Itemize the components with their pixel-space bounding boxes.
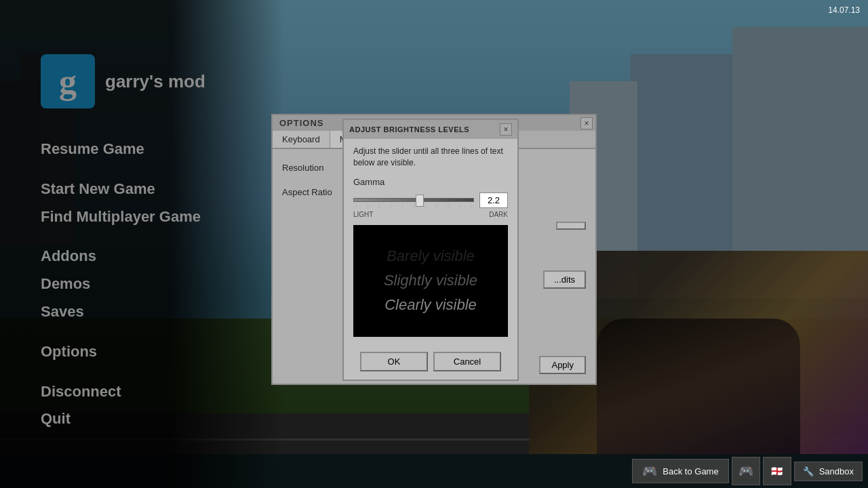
- sandbox-label: Sandbox: [819, 466, 854, 476]
- brightness-dialog: ADJUST BRIGHTNESS LEVELS × Adjust the sl…: [342, 119, 519, 381]
- brightness-preview: Barely visible Slightly visible Clearly …: [353, 225, 508, 337]
- sandbox-button[interactable]: 🔧 Sandbox: [794, 462, 863, 481]
- preview-barely: Barely visible: [387, 247, 475, 265]
- preview-slightly: Slightly visible: [384, 272, 477, 289]
- preview-clearly: Clearly visible: [384, 296, 477, 314]
- options-panel-close[interactable]: ×: [580, 117, 593, 129]
- controller-icon-2: 🎮: [738, 464, 753, 479]
- brightness-dialog-body: Adjust the slider until all three lines …: [344, 139, 517, 352]
- slider-labels: LIGHT DARK: [353, 211, 508, 218]
- brightness-cancel-btn[interactable]: Cancel: [433, 352, 501, 371]
- wrench-icon: 🔧: [803, 466, 814, 476]
- options-blank-btn[interactable]: [556, 222, 586, 230]
- brightness-dialog-buttons: OK Cancel: [344, 352, 517, 380]
- flag-btn[interactable]: 🏴󠁧󠁢󠁥󠁮󠁧󠁿: [763, 457, 791, 485]
- back-to-game-label: Back to Game: [663, 466, 718, 476]
- tab-keyboard[interactable]: Keyboard: [273, 131, 330, 148]
- controller-btn[interactable]: 🎮: [732, 457, 760, 485]
- controller-icon: 🎮: [642, 464, 657, 479]
- brightness-dialog-close[interactable]: ×: [500, 123, 512, 136]
- back-to-game-button[interactable]: 🎮 Back to Game: [632, 459, 728, 483]
- slider-light-label: LIGHT: [353, 211, 373, 218]
- flag-icon: 🏴󠁧󠁢󠁥󠁮󠁧󠁿: [771, 466, 783, 476]
- gamma-label: Gamma: [353, 177, 508, 187]
- options-apply-btn[interactable]: Apply: [539, 356, 586, 374]
- gamma-slider-track[interactable]: | | | | | | | | | | |: [353, 198, 474, 202]
- options-credits-btn[interactable]: ...dits: [543, 270, 586, 289]
- gamma-slider-row: | | | | | | | | | | |: [353, 192, 508, 208]
- bottom-bar: 🎮 Back to Game 🎮 🏴󠁧󠁢󠁥󠁮󠁧󠁿 🔧 Sandbox: [0, 454, 868, 488]
- brightness-dialog-header: ADJUST BRIGHTNESS LEVELS ×: [344, 120, 517, 139]
- slider-dark-label: DARK: [489, 211, 508, 218]
- brightness-dialog-desc: Adjust the slider until all three lines …: [353, 146, 508, 169]
- brightness-ok-btn[interactable]: OK: [360, 352, 428, 371]
- gamma-value-input[interactable]: [479, 192, 508, 208]
- options-button-row: Apply: [539, 356, 586, 374]
- timestamp: 14.07.13: [828, 5, 860, 15]
- brightness-dialog-title: ADJUST BRIGHTNESS LEVELS: [349, 125, 469, 134]
